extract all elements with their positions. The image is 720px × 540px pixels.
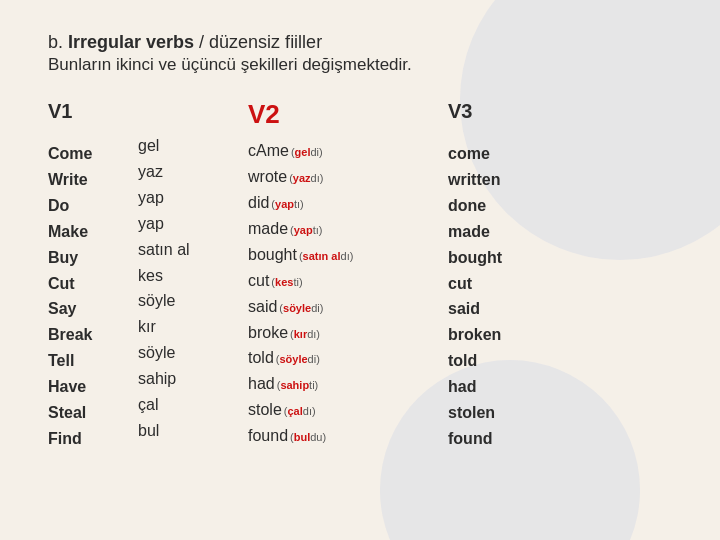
v3-header: V3 <box>448 99 568 133</box>
v1-cell: Say <box>48 296 138 322</box>
v2-cell: cut(kesti) <box>248 268 448 294</box>
v3-cell: told <box>448 348 568 374</box>
col-v1: V1 ComeWriteDoMakeBuyCutSayBreakTellHave… <box>48 99 138 452</box>
col-mid: gelyazyapyapsatın alkessöylekırsöylesahi… <box>138 99 248 452</box>
v3-cell: written <box>448 167 568 193</box>
v2-paren: (kesti) <box>271 274 302 292</box>
v2-cell: made(yaptı) <box>248 216 448 242</box>
v1-cell: Have <box>48 374 138 400</box>
v1-cell: Write <box>48 167 138 193</box>
v2-highlight: söyle <box>279 353 307 365</box>
v3-cell: broken <box>448 322 568 348</box>
mid-cell: söyle <box>138 340 248 366</box>
v2-main-word: cut <box>248 268 269 294</box>
mid-cell: gel <box>138 133 248 159</box>
v3-cell: made <box>448 219 568 245</box>
v2-highlight: yap <box>294 224 313 236</box>
v2-cell: had(sahipti) <box>248 371 448 397</box>
header-bold: Irregular verbs <box>68 32 194 52</box>
v1-header: V1 <box>48 99 138 133</box>
v2-cell: told(söyledi) <box>248 345 448 371</box>
v1-cells: ComeWriteDoMakeBuyCutSayBreakTellHaveSte… <box>48 141 138 452</box>
v2-main-word: stole <box>248 397 282 423</box>
header-line1: b. Irregular verbs / düzensiz fiiller <box>48 32 672 53</box>
v2-highlight: bul <box>294 431 311 443</box>
v2-paren: (yaptı) <box>271 196 303 214</box>
v2-header: V2 <box>248 99 448 130</box>
header-prefix: b. <box>48 32 68 52</box>
v2-highlight: kır <box>294 328 307 340</box>
v1-cell: Do <box>48 193 138 219</box>
v2-highlight: yaz <box>293 172 311 184</box>
col-v2: V2 cAme(geldi)wrote(yazdı)did(yaptı)made… <box>248 99 448 452</box>
v2-cell: broke(kırdı) <box>248 320 448 346</box>
v1-cell: Buy <box>48 245 138 271</box>
v2-paren: (çaldı) <box>284 403 316 421</box>
v2-main-word: made <box>248 216 288 242</box>
v2-main-word: did <box>248 190 269 216</box>
v2-highlight: gel <box>295 146 311 158</box>
v3-cell: found <box>448 426 568 452</box>
v1-cell: Make <box>48 219 138 245</box>
v2-highlight: çal <box>287 405 302 417</box>
v2-paren: (yazdı) <box>289 170 323 188</box>
v2-paren: (söyledi) <box>279 300 323 318</box>
v2-highlight: kes <box>275 276 293 288</box>
v2-main-word: said <box>248 294 277 320</box>
v2-cell: did(yaptı) <box>248 190 448 216</box>
v2-main-word: cAme <box>248 138 289 164</box>
mid-cell: yaz <box>138 159 248 185</box>
v2-main-word: bought <box>248 242 297 268</box>
v3-cell: stolen <box>448 400 568 426</box>
v2-main-word: broke <box>248 320 288 346</box>
v2-paren: (yaptı) <box>290 222 322 240</box>
v2-highlight: söyle <box>283 302 311 314</box>
mid-cell: yap <box>138 185 248 211</box>
v3-cell: come <box>448 141 568 167</box>
mid-cell: bul <box>138 418 248 444</box>
v2-cell: bought(satın aldı) <box>248 242 448 268</box>
v3-cell: done <box>448 193 568 219</box>
v2-paren: (geldi) <box>291 144 323 162</box>
v1-cell: Cut <box>48 271 138 297</box>
v3-cell: bought <box>448 245 568 271</box>
v2-cells: cAme(geldi)wrote(yazdı)did(yaptı)made(ya… <box>248 138 448 449</box>
v1-cell: Break <box>48 322 138 348</box>
v2-main-word: found <box>248 423 288 449</box>
mid-cell: çal <box>138 392 248 418</box>
v2-paren: (kırdı) <box>290 326 320 344</box>
v2-cell: wrote(yazdı) <box>248 164 448 190</box>
v2-cell: said(söyledi) <box>248 294 448 320</box>
col-v3: V3 comewrittendonemadeboughtcutsaidbroke… <box>448 99 568 452</box>
header-section: b. Irregular verbs / düzensiz fiiller Bu… <box>48 32 672 75</box>
mid-cell: sahip <box>138 366 248 392</box>
mid-cells: gelyazyapyapsatın alkessöylekırsöylesahi… <box>138 133 248 444</box>
v2-main-word: told <box>248 345 274 371</box>
v2-main-word: had <box>248 371 275 397</box>
v2-highlight: yap <box>275 198 294 210</box>
v1-cell: Steal <box>48 400 138 426</box>
v2-paren: (sahipti) <box>277 377 319 395</box>
v2-paren: (satın aldı) <box>299 248 353 266</box>
v2-cell: found(buldu) <box>248 423 448 449</box>
v3-cells: comewrittendonemadeboughtcutsaidbrokento… <box>448 141 568 452</box>
verb-table: V1 ComeWriteDoMakeBuyCutSayBreakTellHave… <box>48 99 672 452</box>
v2-paren: (söyledi) <box>276 351 320 369</box>
v2-highlight: sahip <box>280 379 309 391</box>
mid-cell: söyle <box>138 288 248 314</box>
main-content: b. Irregular verbs / düzensiz fiiller Bu… <box>0 0 720 472</box>
v1-cell: Tell <box>48 348 138 374</box>
v2-cell: cAme(geldi) <box>248 138 448 164</box>
v3-cell: said <box>448 296 568 322</box>
header-line2: Bunların ikinci ve üçüncü şekilleri deği… <box>48 55 672 75</box>
v2-main-word: wrote <box>248 164 287 190</box>
mid-cell: kes <box>138 263 248 289</box>
v1-cell: Find <box>48 426 138 452</box>
v1-cell: Come <box>48 141 138 167</box>
mid-cell: kır <box>138 314 248 340</box>
v3-cell: had <box>448 374 568 400</box>
v2-highlight: satın al <box>303 250 341 262</box>
v2-cell: stole(çaldı) <box>248 397 448 423</box>
header-suffix: / düzensiz fiiller <box>194 32 322 52</box>
v3-cell: cut <box>448 271 568 297</box>
